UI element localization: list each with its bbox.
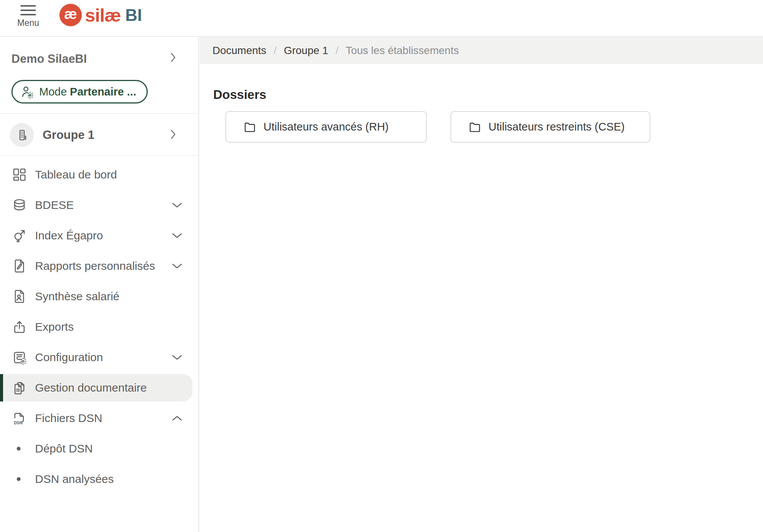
group-avatar[interactable]: [10, 123, 34, 147]
building-icon: [15, 128, 29, 142]
sidebar-item-label: Rapports personnalisés: [35, 260, 155, 272]
gender-icon: [11, 228, 27, 244]
settings-doc-icon: [11, 349, 27, 365]
sidebar-item-label: Configuration: [35, 351, 103, 364]
sidebar-item-label: Synthèse salarié: [35, 290, 120, 303]
breadcrumb-separator: /: [274, 45, 277, 57]
menu-label: Menu: [17, 18, 39, 28]
sidebar-item-gestion-documentaire[interactable]: Gestion documentaire: [0, 373, 198, 403]
partner-mode-prefix: Mode: [39, 86, 67, 98]
chevron-down-icon[interactable]: [170, 259, 184, 273]
sidebar-subitem-dsn-analysees[interactable]: DSN analysées: [0, 464, 198, 494]
breadcrumb-item-current: Tous les établissements: [346, 45, 459, 57]
documents-icon: [11, 380, 27, 396]
database-icon: [11, 197, 27, 213]
folder-icon: [243, 121, 256, 133]
breadcrumb-item-documents[interactable]: Documents: [212, 45, 267, 57]
chevron-down-icon[interactable]: [170, 229, 184, 242]
sidebar-divider: [0, 113, 198, 114]
sidebar-item-tableau-de-bord[interactable]: Tableau de bord: [0, 159, 198, 190]
svg-text:DSN: DSN: [14, 421, 22, 425]
top-bar: Menu æ silæ BI: [0, 0, 763, 37]
silae-bi-logo: æ silæ BI: [59, 4, 142, 26]
user-gear-icon: [20, 85, 34, 99]
folder-card-label: Utilisateurs restreints (CSE): [488, 121, 625, 133]
chevron-down-icon[interactable]: [170, 198, 184, 212]
folder-card-utilisateurs-avances[interactable]: Utilisateurs avancés (RH): [225, 111, 427, 143]
silae-badge-icon: æ: [59, 4, 82, 26]
dashboard-icon: [11, 167, 27, 183]
sidebar-item-label: Gestion documentaire: [35, 381, 147, 394]
sidebar-subitem-depot-dsn[interactable]: Dépôt DSN: [0, 433, 198, 464]
chevron-down-icon[interactable]: [170, 350, 184, 364]
workspace-chevron-right-icon[interactable]: [166, 51, 180, 64]
sidebar-nav: Tableau de bord BDESE: [0, 159, 198, 494]
sidebar-item-label: Tableau de bord: [35, 168, 117, 181]
sidebar-item-configuration[interactable]: Configuration: [0, 342, 198, 373]
bullet-icon: [17, 477, 21, 481]
sidebar-item-label: Fichiers DSN: [35, 412, 102, 425]
folder-card-utilisateurs-restreints[interactable]: Utilisateurs restreints (CSE): [450, 111, 650, 143]
sidebar-item-bdese[interactable]: BDESE: [0, 190, 198, 220]
logo-bi-suffix: BI: [125, 6, 142, 25]
bullet-icon: [17, 447, 21, 451]
sidebar-subitem-label: Dépôt DSN: [35, 442, 93, 455]
sidebar-item-label: Index Égapro: [35, 229, 103, 242]
sidebar-item-fichiers-dsn[interactable]: DSN Fichiers DSN: [0, 403, 198, 433]
sidebar-divider: [0, 155, 198, 156]
sidebar-item-rapports-personnalises[interactable]: Rapports personnalisés: [0, 251, 198, 281]
menu-button[interactable]: Menu: [14, 5, 43, 28]
group-name: Groupe 1: [43, 128, 94, 142]
logo-wordmark: silæ: [85, 5, 121, 26]
page-title: Dossiers: [213, 88, 266, 102]
breadcrumb-separator: /: [335, 45, 338, 57]
folder-card-label: Utilisateurs avancés (RH): [263, 121, 389, 133]
sidebar-item-label: BDESE: [35, 199, 74, 212]
sidebar-item-index-egapro[interactable]: Index Égapro: [0, 220, 198, 251]
sidebar: Demo SilaeBI Mode Partenaire ...: [0, 37, 199, 532]
dsn-file-icon: DSN: [11, 410, 27, 426]
report-edit-icon: [11, 258, 27, 274]
sidebar-subitem-label: DSN analysées: [35, 473, 114, 486]
sidebar-item-label: Exports: [35, 320, 74, 333]
export-icon: [11, 319, 27, 335]
breadcrumb: Documents / Groupe 1 / Tous les établiss…: [200, 37, 763, 64]
hamburger-icon: [21, 5, 36, 16]
group-chevron-right-icon[interactable]: [166, 127, 180, 141]
folder-card-list: Utilisateurs avancés (RH) Utilisateurs r…: [225, 111, 650, 143]
folder-icon: [468, 121, 481, 133]
sidebar-item-exports[interactable]: Exports: [0, 312, 198, 342]
employee-file-icon: [11, 288, 27, 304]
workspace-name: Demo SilaeBI: [11, 52, 87, 66]
sidebar-item-synthese-salarie[interactable]: Synthèse salarié: [0, 281, 198, 312]
chevron-up-icon[interactable]: [170, 411, 184, 425]
breadcrumb-item-groupe-1[interactable]: Groupe 1: [284, 45, 328, 57]
partner-mode-button[interactable]: Mode Partenaire ...: [11, 80, 148, 104]
partner-mode-emphasis: Partenaire ...: [70, 86, 136, 98]
